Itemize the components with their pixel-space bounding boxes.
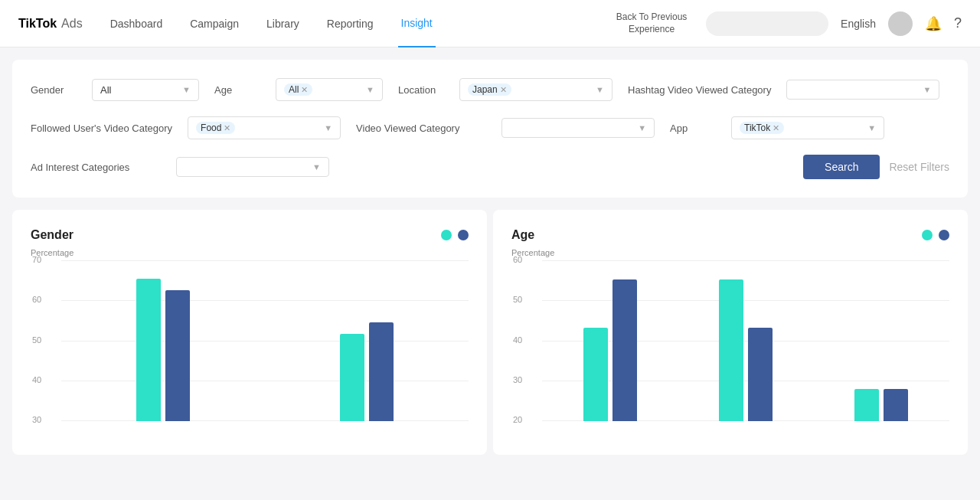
location-label: Location bbox=[398, 84, 444, 96]
gender-chart-header: Gender bbox=[31, 228, 469, 242]
logo-tiktok: TikTok bbox=[18, 17, 57, 31]
location-dropdown[interactable]: Japan ✕ ▼ bbox=[459, 78, 612, 101]
age-dropdown[interactable]: All ✕ ▼ bbox=[276, 78, 383, 101]
bar-female-teal bbox=[136, 279, 161, 421]
bar-2534-teal bbox=[719, 279, 743, 421]
bar-group-35-44 bbox=[814, 389, 949, 421]
filter-row-3: Ad Interest Categories ▼ Search Reset Fi… bbox=[31, 155, 949, 179]
nav-links: Dashboard Campaign Library Reporting Ins… bbox=[107, 0, 585, 47]
bar-group-female bbox=[61, 279, 265, 421]
chevron-down-icon: ▼ bbox=[596, 85, 604, 94]
chevron-down-icon: ▼ bbox=[923, 85, 932, 94]
age-chart-card: Age Percentage 60 50 40 30 20 bbox=[493, 210, 968, 455]
bar-3544-navy bbox=[884, 389, 908, 421]
help-icon[interactable]: ? bbox=[954, 15, 962, 31]
legend-navy bbox=[458, 230, 469, 240]
gender-chart-title: Gender bbox=[31, 228, 74, 242]
followed-tag-remove[interactable]: ✕ bbox=[224, 123, 230, 133]
followed-label: Followed User's Video Category bbox=[31, 123, 172, 134]
back-to-previous[interactable]: Back To Previous Experience bbox=[609, 11, 694, 35]
age-tag-remove[interactable]: ✕ bbox=[301, 85, 308, 95]
gender-y-label: Percentage bbox=[31, 248, 469, 257]
bar-1824-navy bbox=[612, 279, 637, 421]
followed-dropdown[interactable]: Food ✕ ▼ bbox=[188, 116, 341, 139]
search-button[interactable]: Search bbox=[803, 155, 880, 179]
app-tag-remove[interactable]: ✕ bbox=[773, 123, 779, 133]
bar-3544-teal bbox=[854, 389, 879, 421]
legend-navy bbox=[939, 230, 949, 240]
bar-1824-teal bbox=[583, 328, 608, 421]
chevron-down-icon: ▼ bbox=[182, 85, 191, 94]
bar-2534-navy bbox=[748, 328, 773, 421]
avatar[interactable] bbox=[888, 11, 913, 36]
hashtag-label: Hashtag Video Viewed Category bbox=[628, 84, 771, 96]
bar-male-navy bbox=[369, 322, 394, 421]
app-label: App bbox=[670, 123, 716, 134]
chevron-down-icon: ▼ bbox=[312, 162, 321, 172]
app-dropdown[interactable]: TikTok ✕ ▼ bbox=[731, 116, 884, 139]
logo: TikTok Ads bbox=[18, 17, 83, 31]
ad-interest-dropdown[interactable]: ▼ bbox=[176, 157, 329, 177]
nav-dashboard[interactable]: Dashboard bbox=[107, 0, 166, 47]
filter-row-2: Followed User's Video Category Food ✕ ▼ … bbox=[31, 116, 949, 139]
chevron-down-icon: ▼ bbox=[324, 123, 332, 132]
location-value: Japan ✕ bbox=[468, 83, 511, 96]
bar-male-teal bbox=[340, 334, 364, 421]
gender-value: All bbox=[100, 84, 111, 96]
nav-library[interactable]: Library bbox=[263, 0, 302, 47]
age-legend bbox=[922, 230, 949, 240]
notification-icon[interactable]: 🔔 bbox=[925, 15, 942, 32]
age-bars bbox=[542, 260, 949, 421]
age-y-label: Percentage bbox=[511, 248, 949, 257]
age-chart-title: Age bbox=[511, 228, 534, 242]
followed-value: Food ✕ bbox=[196, 122, 235, 134]
age-chart-header: Age bbox=[511, 228, 949, 242]
charts-row: Gender Percentage 70 60 50 40 30 bbox=[12, 210, 968, 455]
filter-section: Gender All ▼ Age All ✕ ▼ Location Japan … bbox=[12, 60, 968, 198]
age-chart-area: 60 50 40 30 20 bbox=[511, 260, 949, 436]
language-selector[interactable]: English bbox=[841, 18, 876, 30]
nav-search-box[interactable] bbox=[706, 11, 828, 36]
gender-legend bbox=[441, 230, 469, 240]
nav-right: Back To Previous Experience English 🔔 ? bbox=[609, 11, 962, 36]
bar-group-18-24 bbox=[542, 279, 678, 421]
reset-filters-button[interactable]: Reset Filters bbox=[889, 161, 949, 173]
location-tag: Japan ✕ bbox=[468, 83, 511, 96]
bar-group-25-34 bbox=[678, 279, 813, 421]
gender-bars bbox=[61, 260, 469, 421]
ad-interest-label: Ad Interest Categories bbox=[31, 162, 161, 173]
hashtag-dropdown[interactable]: ▼ bbox=[786, 80, 939, 100]
location-tag-remove[interactable]: ✕ bbox=[500, 85, 507, 95]
followed-tag: Food ✕ bbox=[196, 122, 235, 134]
age-tag: All ✕ bbox=[284, 83, 312, 96]
chevron-down-icon: ▼ bbox=[366, 85, 374, 94]
video-viewed-label: Video Viewed Category bbox=[356, 123, 486, 134]
bar-group-male bbox=[265, 322, 469, 421]
chevron-down-icon: ▼ bbox=[867, 123, 876, 132]
age-label: Age bbox=[214, 84, 260, 96]
navbar: TikTok Ads Dashboard Campaign Library Re… bbox=[0, 0, 980, 47]
age-value: All ✕ bbox=[284, 83, 312, 96]
legend-teal bbox=[922, 230, 933, 240]
nav-reporting[interactable]: Reporting bbox=[324, 0, 377, 47]
filter-row-1: Gender All ▼ Age All ✕ ▼ Location Japan … bbox=[31, 78, 949, 101]
app-value: TikTok ✕ bbox=[740, 122, 784, 134]
nav-insight[interactable]: Insight bbox=[398, 0, 436, 47]
gender-dropdown[interactable]: All ▼ bbox=[92, 79, 199, 101]
gender-label: Gender bbox=[31, 84, 77, 96]
app-tag: TikTok ✕ bbox=[740, 122, 784, 134]
chevron-down-icon: ▼ bbox=[638, 123, 646, 132]
gender-chart-card: Gender Percentage 70 60 50 40 30 bbox=[12, 210, 487, 455]
nav-campaign[interactable]: Campaign bbox=[187, 0, 242, 47]
bar-female-navy bbox=[165, 290, 190, 421]
gender-chart-area: 70 60 50 40 30 bbox=[31, 260, 469, 436]
legend-teal bbox=[441, 230, 452, 240]
logo-ads: Ads bbox=[61, 17, 83, 31]
video-viewed-dropdown[interactable]: ▼ bbox=[501, 118, 655, 138]
